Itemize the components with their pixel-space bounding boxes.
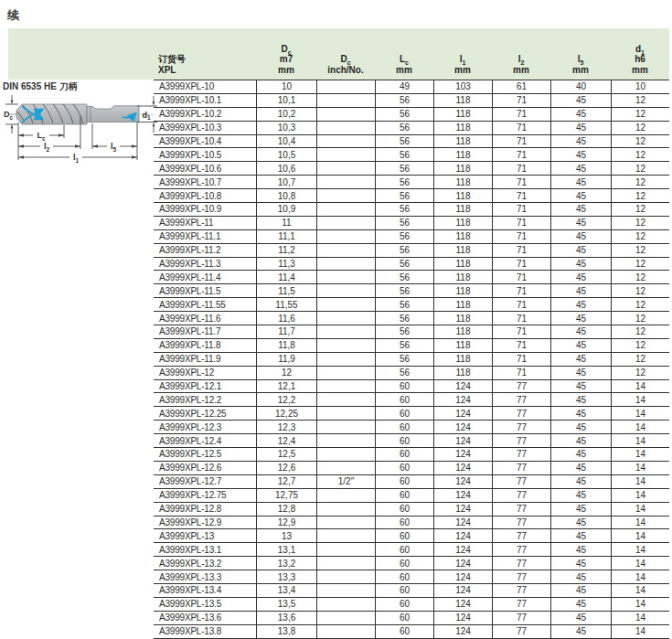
cell-dc-inch [316,462,375,474]
cell-dc-mm: 11,1 [256,230,316,243]
table-row: A3999XPL-11.411,456118714512 [154,271,669,284]
cell-dc-mm: 10,6 [256,162,316,175]
cell-dc-inch [316,176,375,188]
table-row: A3999XPL-121256118714512 [154,367,669,380]
cell-order-code: A3999XPL-11.6 [154,312,256,325]
cell-lc: 60 [375,529,433,542]
table-row: A3999XPL-11.511,556118714512 [154,284,669,298]
cell-d1: 12 [611,162,669,175]
cell-l1: 124 [433,434,492,447]
cell-l5: 45 [550,393,611,406]
table-row: A3999XPL-12.512,560124774514 [154,448,669,462]
cell-l1: 118 [433,298,492,311]
cell-d1: 12 [611,298,669,311]
cell-l5: 45 [550,122,611,134]
cell-lc: 56 [375,122,433,134]
col-header-lc: Lcmm [375,54,433,75]
cell-dc-inch [316,162,375,175]
cell-dc-mm: 10,3 [256,122,316,134]
cell-l2: 77 [492,393,550,406]
cell-order-code: A3999XPL-10.9 [154,203,256,216]
cell-l2: 77 [492,489,550,502]
cell-d1: 14 [611,612,669,624]
cell-l1: 124 [433,529,492,542]
cell-order-code: A3999XPL-11.5 [154,284,256,297]
cell-l5: 45 [550,584,611,597]
cell-dc-mm: 10,7 [256,176,316,188]
cell-lc: 60 [375,503,433,516]
table-row: A3999XPL-13.613,660124774514 [154,612,669,625]
cell-dc-inch [316,258,375,271]
cell-l2: 77 [492,543,550,556]
cell-order-code: A3999XPL-11.9 [154,353,256,366]
cell-l1: 124 [433,557,492,570]
cell-dc-mm: 13,4 [256,584,316,597]
cell-d1: 14 [611,489,669,502]
cell-l1: 118 [433,176,492,188]
dim-label-lc: Lc [37,131,46,142]
cell-d1: 12 [611,108,669,121]
cell-dc-inch [316,230,375,243]
table-row: A3999XPL-101049103614010 [154,80,669,94]
cell-l5: 45 [550,517,611,529]
cell-l1: 124 [433,380,492,393]
cell-l1: 118 [433,339,492,352]
cell-d1: 14 [611,462,669,474]
cell-dc-mm: 12,75 [256,489,316,502]
cell-dc-inch [316,380,375,393]
col-header-d1: d1h6mm [611,44,669,76]
table-row: A3999XPL-11.5511,5556118714512 [154,298,669,312]
cell-dc-inch [316,612,375,624]
table-row: A3999XPL-10.310,356118714512 [154,122,669,135]
cell-dc-mm: 11,3 [256,258,316,271]
cell-l1: 124 [433,475,492,488]
cell-d1: 12 [611,217,669,229]
drill-shank [87,106,139,122]
cell-l2: 77 [492,598,550,611]
cell-d1: 12 [611,312,669,325]
col-header-dc_inch: Dcinch/No. [316,54,375,75]
cell-dc-mm: 10,4 [256,135,316,148]
cell-d1: 12 [611,353,669,366]
dim-label-d1: d1 [142,111,151,122]
cell-l5: 45 [550,244,611,257]
cell-l5: 45 [550,529,611,542]
cell-l5: 45 [550,448,611,461]
cell-order-code: A3999XPL-13.6 [154,612,256,624]
cell-l1: 118 [433,108,492,121]
table-row: A3999XPL-13.513,560124774514 [154,598,669,612]
cell-dc-mm: 10,1 [256,94,316,107]
cell-dc-mm: 12,1 [256,380,316,393]
cell-l2: 71 [492,94,550,107]
cell-l5: 45 [550,230,611,243]
cell-dc-mm: 12,6 [256,462,316,474]
cell-dc-inch: 1/2″ [316,475,375,488]
cell-l1: 124 [433,584,492,597]
cell-order-code: A3999XPL-12.6 [154,462,256,474]
cell-order-code: A3999XPL-11.3 [154,258,256,271]
cell-l1: 124 [433,503,492,516]
cell-dc-inch [316,393,375,406]
cell-lc: 60 [375,448,433,461]
cell-dc-inch [316,557,375,570]
cell-l5: 45 [550,625,611,638]
cell-dc-inch [316,543,375,556]
cell-l1: 118 [433,94,492,107]
cell-l5: 45 [550,217,611,229]
cell-order-code: A3999XPL-12.1 [154,380,256,393]
cell-order-code: A3999XPL-11 [154,217,256,229]
cell-l5: 45 [550,407,611,420]
col-header-l5: l5mm [550,54,611,75]
cell-l2: 71 [492,244,550,257]
table-row: A3999XPL-12.412,460124774514 [154,434,669,448]
cell-l5: 45 [550,162,611,175]
cell-l2: 71 [492,284,550,297]
cell-lc: 56 [375,271,433,283]
drill-diagram: Dc d1 Lc l2 l5 l1 [0,89,160,182]
cell-d1: 14 [611,380,669,393]
cell-lc: 60 [375,434,433,447]
cell-order-code: A3999XPL-13.4 [154,584,256,597]
dim-label-l1: l1 [73,153,80,164]
cell-l1: 124 [433,407,492,420]
cell-dc-inch [316,339,375,352]
